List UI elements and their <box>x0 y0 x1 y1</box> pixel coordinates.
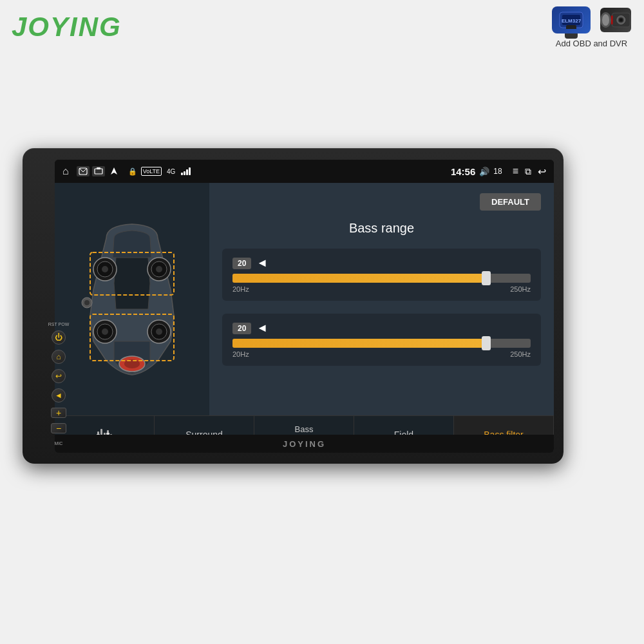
slider-1-thumb[interactable] <box>482 271 491 285</box>
network-4g: 4G <box>167 168 175 175</box>
slider-2-thumb[interactable] <box>482 336 491 350</box>
slider-2-min-label: 20Hz <box>232 350 249 358</box>
slider-1-max-label: 250Hz <box>510 285 531 293</box>
slider-1-fill <box>232 274 486 283</box>
side-buttons: RST POW ⏻ ⌂ ↩ ◄ + − MIC <box>45 322 72 599</box>
svg-point-25 <box>156 328 162 335</box>
slider-1-arrow: ◄ <box>256 256 268 270</box>
svg-point-22 <box>102 328 108 335</box>
slider-2-range-labels: 20Hz 250Hz <box>232 350 531 358</box>
obd-device-icon: ELM327 <box>552 6 591 33</box>
volume-icon: 🔊 <box>479 167 489 176</box>
slider-1-range-labels: 20Hz 250Hz <box>232 285 531 293</box>
svg-point-19 <box>156 266 162 272</box>
slider-group-1: 20 ◄ 20Hz 250Hz <box>222 249 541 301</box>
back-button[interactable]: ↩ <box>52 369 66 383</box>
back-nav-icon[interactable]: ↩ <box>538 166 546 178</box>
default-button[interactable]: DEFAULT <box>480 193 541 211</box>
slider-1-label-row: 20 ◄ <box>232 256 531 270</box>
signal-bars <box>181 167 191 175</box>
svg-marker-12 <box>111 167 117 175</box>
svg-point-16 <box>102 266 108 272</box>
volume-up-button[interactable]: + <box>51 408 66 418</box>
svg-rect-10 <box>95 169 102 174</box>
home-button[interactable]: ⌂ <box>52 350 66 364</box>
window-icon[interactable]: ⧉ <box>525 166 531 177</box>
svg-point-27 <box>124 359 140 368</box>
joying-footer: JOYING <box>55 435 554 453</box>
svg-rect-3 <box>566 25 576 29</box>
slider-1-min-label: 20Hz <box>232 285 249 293</box>
nav-button[interactable]: ◄ <box>52 388 66 402</box>
svg-text:ELM327: ELM327 <box>562 18 582 24</box>
slider-group-2: 20 ◄ 20Hz 250Hz <box>222 314 541 366</box>
svg-rect-8 <box>611 15 613 24</box>
accessories-icons: ELM327 <box>552 6 631 33</box>
status-nav-icons: ≡ ⧉ ↩ <box>513 166 546 178</box>
car-visualization <box>55 183 209 415</box>
tab-bass-enhancement-label-1: Bass <box>295 424 314 435</box>
section-title: Bass range <box>222 221 541 236</box>
volte-badge: VoLTE <box>141 167 162 176</box>
power-button[interactable]: ⏻ <box>52 330 66 345</box>
main-screen: ⌂ 🔒 VoLTE 4G 14:56 🔊 <box>55 160 554 453</box>
slider-2-arrow: ◄ <box>256 321 268 335</box>
rst-pow-label: RST POW <box>48 322 70 327</box>
svg-rect-11 <box>97 167 100 169</box>
status-bar: ⌂ 🔒 VoLTE 4G 14:56 🔊 <box>55 160 554 183</box>
notification-icon-1 <box>77 166 90 176</box>
car-svg <box>74 213 190 386</box>
gps-icon <box>108 166 120 176</box>
accessories-area: ELM327 Add OBD and DVR <box>552 6 631 48</box>
lock-icon: 🔒 <box>128 167 137 176</box>
volume-down-button[interactable]: − <box>51 423 66 433</box>
slider-2-track[interactable] <box>232 339 531 348</box>
slider-2-max-label: 250Hz <box>510 350 531 358</box>
slider-1-value: 20 <box>232 258 251 269</box>
menu-icon[interactable]: ≡ <box>513 166 518 177</box>
notification-icons <box>77 166 120 176</box>
slider-2-label-row: 20 ◄ <box>232 321 531 335</box>
home-icon[interactable]: ⌂ <box>62 166 69 177</box>
slider-1-track[interactable] <box>232 274 531 283</box>
slider-2-fill <box>232 339 486 348</box>
volume-level: 18 <box>493 167 502 176</box>
notification-icon-2 <box>92 166 105 176</box>
dvr-device-icon <box>600 8 631 32</box>
svg-point-31 <box>84 300 90 305</box>
accessories-label: Add OBD and DVR <box>556 39 627 48</box>
mic-label: MIC <box>55 441 63 446</box>
slider-2-value: 20 <box>232 323 251 334</box>
clock: 14:56 <box>451 166 475 177</box>
svg-point-7 <box>620 19 623 21</box>
brand-logo: JOYING <box>12 12 122 43</box>
controls-area: DEFAULT Bass range 20 ◄ 20Hz 250Hz <box>209 183 554 415</box>
main-content: DEFAULT Bass range 20 ◄ 20Hz 250Hz <box>55 183 554 415</box>
